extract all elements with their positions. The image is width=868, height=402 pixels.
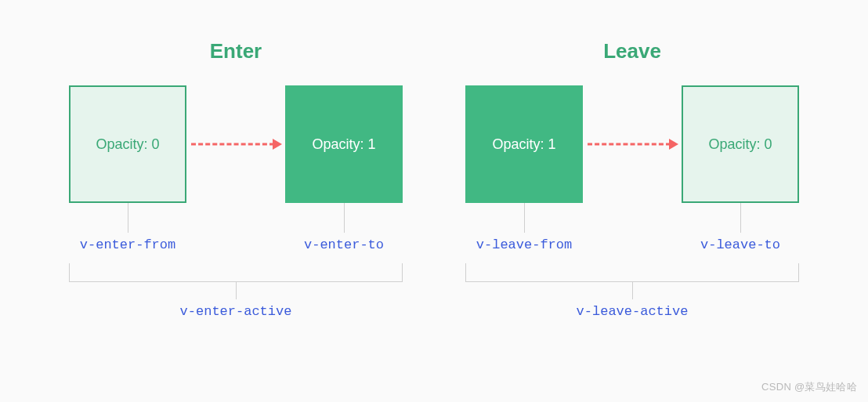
enter-title: Enter	[210, 39, 262, 63]
watermark-text: CSDN @菜鸟娃哈哈	[761, 380, 857, 394]
leave-active-bracket: v-leave-active	[465, 263, 799, 319]
bracket-stem-icon	[632, 282, 633, 299]
enter-from-box-label: Opacity: 0	[96, 136, 159, 153]
leave-section: Leave Opacity: 1 Opacity: 0 v-leave-from…	[465, 39, 799, 319]
leave-from-connector: v-leave-from	[465, 203, 583, 252]
leave-from-class: v-leave-from	[476, 237, 572, 252]
enter-class-labels: v-enter-from v-enter-to	[69, 203, 403, 252]
connector-line-icon	[740, 203, 741, 233]
leave-class-labels: v-leave-from v-leave-to	[465, 203, 799, 252]
connector-line-icon	[128, 203, 128, 233]
leave-from-box-label: Opacity: 1	[492, 136, 555, 153]
enter-from-box: Opacity: 0	[69, 85, 186, 203]
connector-line-icon	[344, 203, 345, 233]
connector-line-icon	[524, 203, 525, 233]
enter-from-connector: v-enter-from	[69, 203, 186, 252]
arrow-line-icon	[588, 143, 671, 146]
bracket-stem-icon	[236, 282, 237, 299]
leave-title: Leave	[603, 39, 661, 63]
enter-from-class: v-enter-from	[80, 237, 175, 252]
arrow-line-icon	[191, 143, 274, 146]
leave-to-class: v-leave-to	[700, 237, 780, 252]
enter-active-class: v-enter-active	[180, 304, 292, 319]
enter-to-box-label: Opacity: 1	[312, 136, 375, 153]
enter-active-bracket: v-enter-active	[69, 263, 403, 319]
enter-to-connector: v-enter-to	[285, 203, 403, 252]
leave-to-box: Opacity: 0	[682, 85, 799, 203]
leave-to-box-label: Opacity: 0	[708, 136, 772, 153]
enter-section: Enter Opacity: 0 Opacity: 1 v-enter-from…	[69, 39, 403, 319]
arrow-head-icon	[669, 139, 678, 150]
arrow-head-icon	[273, 139, 282, 150]
bracket-icon	[69, 263, 403, 282]
diagram-container: Enter Opacity: 0 Opacity: 1 v-enter-from…	[0, 0, 868, 319]
enter-to-box: Opacity: 1	[285, 85, 403, 203]
leave-active-class: v-leave-active	[577, 304, 689, 319]
leave-to-connector: v-leave-to	[682, 203, 799, 252]
leave-boxes: Opacity: 1 Opacity: 0	[465, 85, 799, 203]
bracket-icon	[465, 263, 799, 282]
leave-from-box: Opacity: 1	[465, 85, 583, 203]
enter-to-class: v-enter-to	[304, 237, 384, 252]
enter-boxes: Opacity: 0 Opacity: 1	[69, 85, 403, 203]
